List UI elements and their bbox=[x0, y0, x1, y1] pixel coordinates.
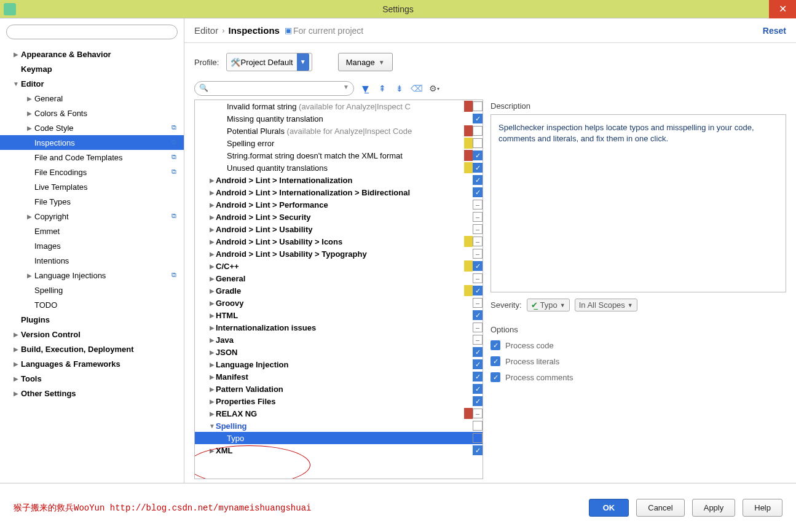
inspection-row[interactable]: ▶Language Injection✓ bbox=[195, 358, 483, 370]
sidebar-item[interactable]: TODO bbox=[0, 297, 184, 312]
inspection-checkbox[interactable]: – bbox=[473, 200, 483, 209]
inspection-row[interactable]: ▶Gradle✓ bbox=[195, 284, 483, 297]
inspection-row[interactable]: ▶Android > Lint > Performance– bbox=[195, 198, 483, 211]
breadcrumb-root[interactable]: Editor bbox=[194, 25, 218, 36]
option-checkbox[interactable]: ✓ bbox=[491, 356, 500, 366]
inspection-checkbox[interactable]: ✓ bbox=[473, 359, 483, 369]
inspection-row[interactable]: ▶Pattern Validation✓ bbox=[195, 383, 483, 395]
sidebar-item[interactable]: Live Templates bbox=[0, 179, 184, 194]
sidebar-item[interactable]: Intentions bbox=[0, 253, 184, 268]
collapse-icon[interactable]: ⇟ bbox=[393, 82, 406, 95]
inspection-row[interactable]: ▶HTML✓ bbox=[195, 309, 483, 321]
inspection-row[interactable]: ▶JSON✓ bbox=[195, 346, 483, 358]
sidebar-item[interactable]: ▶Colors & Fonts bbox=[0, 106, 184, 120]
inspection-checkbox[interactable] bbox=[473, 101, 483, 111]
inspection-row[interactable]: ▶Android > Lint > Internationalization✓ bbox=[195, 174, 483, 186]
inspection-row[interactable]: ▶Android > Lint > Security– bbox=[195, 211, 483, 223]
inspection-checkbox[interactable]: – bbox=[473, 298, 483, 308]
inspection-checkbox[interactable]: – bbox=[473, 335, 483, 345]
chevron-down-icon[interactable]: ▼ bbox=[343, 84, 349, 90]
inspection-row[interactable]: ▶Manifest✓ bbox=[195, 370, 483, 383]
inspection-row[interactable]: ▶Android > Lint > Usability > Icons– bbox=[195, 235, 483, 248]
sidebar-item[interactable]: ▶Copyright⧉ bbox=[0, 209, 184, 224]
expand-icon[interactable]: ⇞ bbox=[376, 82, 388, 95]
sidebar-item[interactable]: File and Code Templates⧉ bbox=[0, 150, 184, 165]
inspection-checkbox[interactable]: ✓ bbox=[473, 175, 483, 185]
inspection-checkbox[interactable]: ✓ bbox=[473, 114, 483, 123]
severity-combo[interactable]: ✔̲ Typo ▼ bbox=[527, 299, 570, 311]
inspection-checkbox[interactable] bbox=[473, 126, 483, 136]
inspection-row[interactable]: Typo bbox=[195, 432, 483, 444]
sidebar-item[interactable]: Spelling bbox=[0, 283, 184, 297]
sidebar-item[interactable]: ▶Version Control bbox=[0, 327, 184, 342]
inspection-row[interactable]: ▶Android > Lint > Usability > Typography… bbox=[195, 248, 483, 260]
inspection-checkbox[interactable]: ✓ bbox=[473, 151, 483, 160]
inspection-checkbox[interactable]: – bbox=[473, 409, 483, 418]
inspection-checkbox[interactable]: – bbox=[473, 249, 483, 259]
inspection-checkbox[interactable] bbox=[473, 421, 483, 431]
scope-combo[interactable]: In All Scopes ▼ bbox=[575, 299, 637, 311]
cancel-button[interactable]: Cancel bbox=[636, 499, 684, 517]
sidebar-item[interactable]: ▶Languages & Frameworks bbox=[0, 356, 184, 371]
option-checkbox[interactable]: ✓ bbox=[491, 372, 500, 382]
inspection-row[interactable]: String.format string doesn't match the X… bbox=[195, 149, 483, 162]
option-checkbox[interactable]: ✓ bbox=[491, 340, 500, 350]
profile-combo[interactable]: 🛠️ Project Default ▼ bbox=[226, 53, 312, 71]
option-row[interactable]: ✓Process comments bbox=[491, 372, 786, 382]
inspection-checkbox[interactable]: – bbox=[473, 237, 483, 246]
inspection-row[interactable]: ▶C/C++✓ bbox=[195, 260, 483, 272]
close-button[interactable]: ✕ bbox=[769, 0, 796, 18]
manage-button[interactable]: Manage ▼ bbox=[338, 53, 393, 71]
option-row[interactable]: ✓Process code bbox=[491, 340, 786, 350]
inspection-checkbox[interactable]: ✓ bbox=[473, 187, 483, 197]
inspection-checkbox[interactable]: ✓ bbox=[473, 445, 483, 455]
sidebar-item[interactable]: ▶Appearance & Behavior bbox=[0, 47, 184, 61]
inspection-checkbox[interactable]: ✓ bbox=[473, 384, 483, 394]
sidebar-item[interactable]: ▶Build, Execution, Deployment bbox=[0, 342, 184, 356]
inspection-row[interactable]: Potential Plurals (available for Analyze… bbox=[195, 125, 483, 137]
sidebar-item[interactable]: ▶Tools bbox=[0, 371, 184, 386]
ok-button[interactable]: OK bbox=[589, 499, 629, 517]
inspection-row[interactable]: ▶RELAX NG– bbox=[195, 407, 483, 420]
sidebar-item[interactable]: ▼Editor bbox=[0, 76, 184, 91]
sidebar-item[interactable]: Plugins bbox=[0, 312, 184, 327]
inspection-checkbox[interactable]: ✓ bbox=[473, 310, 483, 320]
inspection-row[interactable]: ▶Internationalization issues– bbox=[195, 321, 483, 334]
inspection-row[interactable]: Unused quantity translations✓ bbox=[195, 162, 483, 174]
inspection-row[interactable]: ▶Properties Files✓ bbox=[195, 395, 483, 407]
filter-icon[interactable]: ▼̲ bbox=[359, 82, 371, 95]
inspection-row[interactable]: ▶XML✓ bbox=[195, 444, 483, 456]
inspection-row[interactable]: Spelling error bbox=[195, 137, 483, 149]
inspection-checkbox[interactable]: ✓ bbox=[473, 372, 483, 381]
inspection-row[interactable]: Invalid format string (available for Ana… bbox=[195, 100, 483, 112]
inspection-checkbox[interactable]: – bbox=[473, 224, 483, 234]
reset-link[interactable]: Reset bbox=[763, 26, 786, 36]
sidebar-item[interactable]: Images bbox=[0, 238, 184, 253]
settings-tree[interactable]: ▶Appearance & BehaviorKeymap▼Editor▶Gene… bbox=[0, 44, 184, 483]
sidebar-item[interactable]: ▶Code Style⧉ bbox=[0, 120, 184, 135]
inspection-row[interactable]: ▶General– bbox=[195, 272, 483, 284]
apply-button[interactable]: Apply bbox=[692, 499, 736, 517]
inspection-checkbox[interactable] bbox=[473, 433, 483, 443]
inspection-row[interactable]: ▶Android > Lint > Internationalization >… bbox=[195, 186, 483, 198]
inspection-checkbox[interactable] bbox=[473, 138, 483, 148]
inspection-checkbox[interactable]: ✓ bbox=[473, 396, 483, 406]
sidebar-item[interactable]: File Encodings⧉ bbox=[0, 165, 184, 179]
inspection-checkbox[interactable]: – bbox=[473, 323, 483, 332]
inspection-checkbox[interactable]: ✓ bbox=[473, 163, 483, 173]
inspection-row[interactable]: ▶Java– bbox=[195, 334, 483, 346]
option-row[interactable]: ✓Process literals bbox=[491, 356, 786, 366]
inspection-checkbox[interactable]: – bbox=[473, 212, 483, 222]
eraser-icon[interactable]: ⌫ bbox=[411, 82, 423, 95]
help-button[interactable]: Help bbox=[743, 499, 782, 517]
sidebar-item[interactable]: Emmet bbox=[0, 224, 184, 238]
inspection-checkbox[interactable]: – bbox=[473, 273, 483, 283]
sidebar-search-input[interactable] bbox=[6, 25, 178, 39]
inspection-row[interactable]: ▶Android > Lint > Usability– bbox=[195, 223, 483, 235]
sidebar-item[interactable]: Keymap bbox=[0, 61, 184, 76]
gear-icon[interactable]: ⚙▾ bbox=[428, 82, 440, 95]
inspection-row[interactable]: Missing quantity translation✓ bbox=[195, 112, 483, 125]
sidebar-item[interactable]: Inspections⧉ bbox=[0, 135, 184, 150]
sidebar-item[interactable]: ▶General bbox=[0, 91, 184, 106]
inspection-checkbox[interactable]: ✓ bbox=[473, 261, 483, 271]
